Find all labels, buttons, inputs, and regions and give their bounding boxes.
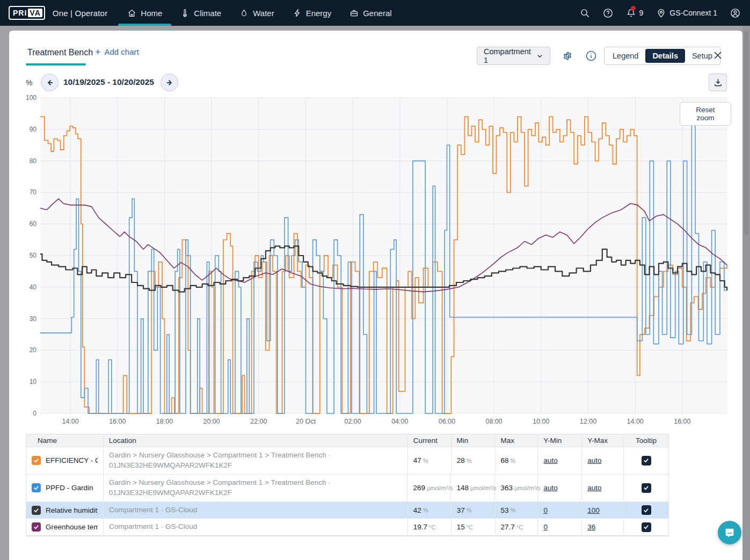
chart-area[interactable]: 010203040506070809010014:0016:0018:0020:… bbox=[26, 94, 731, 431]
svg-text:50: 50 bbox=[30, 252, 37, 259]
col-header-max: Max bbox=[495, 434, 538, 447]
ymin-link[interactable]: auto bbox=[543, 484, 557, 492]
table-row[interactable]: PPFD - GardinGardin > Nursery Glasshouse… bbox=[26, 475, 668, 502]
max-value: 27.7 bbox=[501, 523, 515, 531]
svg-text:22:00: 22:00 bbox=[250, 418, 267, 425]
add-chart-button[interactable]: + Add chart bbox=[95, 47, 139, 56]
current-value: 19.7 bbox=[413, 523, 427, 531]
timeseries-chart: 010203040506070809010014:0016:0018:0020:… bbox=[26, 94, 731, 431]
account-icon[interactable] bbox=[730, 8, 740, 18]
date-next-button[interactable] bbox=[161, 74, 178, 91]
series-visibility-checkbox[interactable] bbox=[32, 522, 41, 532]
col-header-ymax: Y-Max bbox=[582, 434, 624, 447]
chat-launcher-button[interactable] bbox=[718, 521, 741, 544]
series-location: Gardin > Nursery Glasshouse > Compartmen… bbox=[109, 450, 402, 471]
plus-icon: + bbox=[95, 48, 101, 56]
tooltip-checkbox[interactable] bbox=[642, 522, 651, 532]
ymax-link[interactable]: auto bbox=[587, 484, 601, 492]
droplet-icon bbox=[239, 9, 249, 18]
tab-details[interactable]: Details bbox=[645, 49, 685, 63]
series-visibility-checkbox[interactable] bbox=[32, 483, 41, 492]
svg-text:10: 10 bbox=[30, 378, 37, 386]
svg-text:04:00: 04:00 bbox=[391, 418, 408, 425]
compartment-selected-value: Compartment 1 bbox=[484, 47, 536, 64]
reset-zoom-button[interactable]: Reset zoom bbox=[680, 102, 731, 126]
ymin-link[interactable]: auto bbox=[543, 456, 557, 464]
svg-text:14:00: 14:00 bbox=[62, 418, 78, 425]
current-value: 42 bbox=[413, 506, 421, 514]
svg-text:02:00: 02:00 bbox=[344, 418, 361, 425]
date-prev-button[interactable] bbox=[41, 74, 59, 91]
search-icon[interactable] bbox=[580, 8, 590, 18]
ymin-link[interactable]: 0 bbox=[543, 506, 548, 514]
navbar-right: 9 GS-Connext 1 bbox=[580, 8, 750, 18]
nav-item-home[interactable]: Home bbox=[118, 0, 171, 26]
col-header-current: Current bbox=[408, 434, 452, 447]
nav-item-general[interactable]: General bbox=[340, 0, 401, 26]
nav-item-climate[interactable]: Climate bbox=[171, 0, 230, 26]
current-value: 269 bbox=[413, 484, 425, 492]
col-header-tooltip: Tooltip bbox=[624, 434, 668, 447]
nav-item-water[interactable]: Water bbox=[230, 0, 283, 26]
current-unit: % bbox=[423, 507, 428, 513]
notifications[interactable]: 9 bbox=[626, 8, 643, 18]
close-panel-button[interactable] bbox=[712, 50, 723, 61]
ymax-link[interactable]: 100 bbox=[587, 506, 600, 514]
ymax-link[interactable]: 36 bbox=[587, 523, 595, 531]
priva-logo[interactable]: PRI VA bbox=[9, 6, 45, 20]
table-header-row: Name Location Current Min Max Y-Min Y-Ma… bbox=[26, 434, 668, 447]
current-unit: % bbox=[423, 457, 428, 464]
max-unit: % bbox=[511, 507, 516, 513]
location-pin-icon bbox=[656, 8, 666, 18]
toolbox-icon bbox=[349, 9, 359, 18]
ymin-link[interactable]: 0 bbox=[543, 523, 548, 531]
priva-logo-text-2: VA bbox=[28, 9, 42, 17]
current-unit: µmol/m²/s bbox=[427, 485, 453, 491]
download-chart-button[interactable] bbox=[709, 74, 727, 91]
table-row[interactable]: EFFICIENCY - GardinGardin > Nursery Glas… bbox=[26, 447, 668, 475]
svg-text:20: 20 bbox=[30, 346, 37, 354]
scrollbar-thumb[interactable] bbox=[744, 31, 748, 235]
series-name: Greenhouse temperature bbox=[46, 523, 98, 531]
product-name: One | Operator bbox=[53, 9, 108, 18]
max-unit: °C bbox=[516, 524, 523, 530]
page-scrollbar[interactable] bbox=[742, 26, 750, 560]
svg-text:80: 80 bbox=[30, 157, 37, 165]
nav-item-energy[interactable]: Energy bbox=[283, 0, 341, 26]
site-selector[interactable]: GS-Connext 1 bbox=[656, 8, 717, 18]
active-tab-underline bbox=[26, 63, 86, 66]
tooltip-checkbox[interactable] bbox=[642, 483, 651, 493]
tab-treatment-bench[interactable]: Treatment Bench bbox=[27, 48, 93, 57]
series-location: Compartment 1 · GS-Cloud bbox=[109, 505, 197, 515]
help-icon[interactable] bbox=[603, 8, 613, 18]
compartment-dropdown[interactable]: Compartment 1 bbox=[477, 47, 550, 65]
tab-legend[interactable]: Legend bbox=[606, 49, 645, 63]
ymax-link[interactable]: auto bbox=[587, 456, 601, 464]
max-value: 53 bbox=[501, 506, 509, 514]
svg-text:14:00: 14:00 bbox=[627, 418, 644, 425]
svg-text:40: 40 bbox=[30, 283, 37, 291]
chart-info-button[interactable] bbox=[585, 50, 597, 62]
svg-text:0: 0 bbox=[33, 410, 37, 417]
svg-text:70: 70 bbox=[30, 188, 37, 196]
nav-label: Water bbox=[253, 9, 274, 18]
tooltip-checkbox[interactable] bbox=[642, 456, 651, 466]
close-icon bbox=[712, 50, 723, 61]
svg-text:18:00: 18:00 bbox=[156, 418, 173, 425]
min-value: 28 bbox=[457, 456, 465, 464]
series-name: EFFICIENCY - Gardin bbox=[46, 456, 98, 464]
series-visibility-checkbox[interactable] bbox=[32, 456, 41, 465]
min-unit: µmol/m²/s bbox=[470, 485, 497, 491]
notification-count: 9 bbox=[639, 9, 643, 17]
svg-text:16:00: 16:00 bbox=[674, 418, 690, 425]
tooltip-checkbox[interactable] bbox=[642, 505, 651, 515]
svg-text:10:00: 10:00 bbox=[533, 418, 549, 425]
table-row[interactable]: Relative humidityCompartment 1 · GS-Clou… bbox=[26, 502, 668, 519]
series-visibility-checkbox[interactable] bbox=[32, 506, 41, 515]
min-unit: °C bbox=[467, 524, 473, 530]
svg-text:20 Oct: 20 Oct bbox=[296, 418, 316, 425]
date-range-label[interactable]: 10/19/2025 - 10/20/2025 bbox=[63, 77, 154, 87]
chart-settings-button[interactable] bbox=[562, 50, 573, 62]
table-row[interactable]: Greenhouse temperatureCompartment 1 · GS… bbox=[26, 519, 668, 536]
series-name: Relative humidity bbox=[46, 506, 98, 514]
